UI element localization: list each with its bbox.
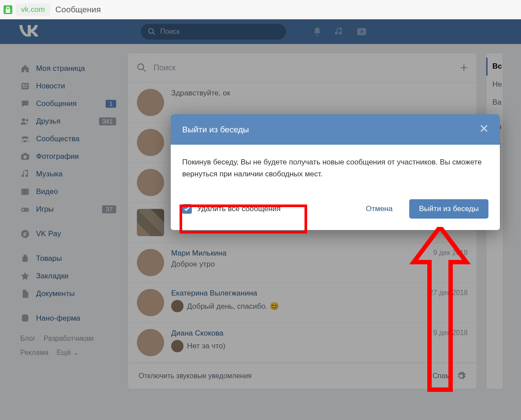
ruble-icon: ₽ (20, 229, 30, 239)
sidebar-item-label: Моя страница (36, 64, 85, 73)
sidebar-item-label: Документы (36, 289, 75, 298)
conversation-preview: Нет за что) (171, 340, 426, 352)
footer-link[interactable]: Разработчикам (44, 335, 94, 342)
sidebar-item[interactable]: Музыка (18, 165, 119, 183)
star-icon (20, 271, 30, 281)
header-search-placeholder: Поиск (160, 28, 180, 36)
close-icon[interactable] (480, 124, 488, 135)
svg-point-14 (23, 155, 26, 158)
sidebar-item[interactable]: Друзья341 (18, 113, 119, 130)
music-icon (20, 169, 30, 179)
sidebar-badge: 37 (102, 205, 116, 213)
group-icon (20, 134, 30, 144)
delete-all-checkbox[interactable]: Удалить все сообщения (182, 204, 281, 214)
film-icon (20, 187, 30, 197)
svg-rect-17 (21, 189, 23, 195)
sidebar-item-label: Закладки (36, 272, 69, 281)
conversation-preview: Доброе утро (171, 260, 426, 269)
svg-point-20 (26, 209, 28, 211)
sidebar-item[interactable]: Фотографии (18, 148, 119, 165)
gear-icon[interactable] (456, 371, 466, 381)
sidebar-item[interactable]: Игры37 (18, 201, 119, 218)
cancel-button[interactable]: Отмена (358, 200, 400, 218)
music-icon[interactable] (334, 27, 344, 37)
svg-point-10 (22, 137, 25, 139)
conversation-name: Екатерина Вылегжанина (171, 289, 422, 298)
home-icon (20, 64, 30, 73)
footer-link[interactable]: Блог (20, 335, 36, 342)
messages-footer: Отключить звуковые уведомления Спам (128, 363, 477, 389)
conversation-row[interactable]: Диана Скокова Нет за что) 9 дек 2018 (128, 323, 477, 363)
sidebar-item[interactable]: Новости (18, 77, 119, 95)
conversation-name: Диана Скокова (171, 329, 426, 338)
modal-header: Выйти из беседы (171, 114, 500, 145)
mini-avatar (171, 340, 183, 352)
new-chat-button[interactable]: + (460, 60, 468, 75)
conversation-preview: Добрый день, спасибо. 😊 (171, 300, 422, 312)
sidebar: Моя страницаНовостиСообщения1Друзья341Со… (18, 53, 119, 389)
avatar (137, 129, 164, 156)
sidebar-item-label: Фотографии (36, 152, 79, 161)
avatar (137, 89, 164, 116)
page-title: Сообщения (55, 5, 101, 15)
footer-link[interactable]: Реклама (20, 349, 48, 356)
modal-footer: Удалить все сообщения Отмена Выйти из бе… (171, 191, 500, 230)
svg-point-12 (24, 136, 26, 139)
filter-tab[interactable]: Ва (492, 94, 503, 112)
avatar (137, 169, 164, 196)
modal-title: Выйти из беседы (182, 125, 249, 135)
sidebar-item-label: VK Pay (36, 230, 61, 238)
avatar (137, 209, 164, 236)
vk-logo[interactable] (18, 23, 40, 40)
sidebar-item-label: Игры (36, 205, 54, 214)
vk-header: Поиск (0, 19, 521, 44)
svg-rect-18 (28, 189, 29, 195)
newspaper-icon (20, 81, 30, 91)
sidebar-item-label: Сообщества (36, 135, 80, 143)
footer-links: Блог Разработчикам Реклама Ещё ⌄ (18, 327, 119, 364)
conversation-name: Мари Милькина (171, 249, 426, 258)
conversation-date: 27 дек 2018 (429, 289, 468, 297)
footer-link[interactable]: Ещё ⌄ (57, 349, 79, 356)
svg-point-9 (26, 119, 29, 122)
sidebar-item[interactable]: Видео (18, 183, 119, 201)
messages-search[interactable]: Поиск + (128, 53, 477, 83)
chat-icon (20, 99, 30, 109)
conversation-row[interactable]: Екатерина Вылегжанина Добрый день, спаси… (128, 283, 477, 323)
svg-text:₽: ₽ (23, 231, 27, 237)
header-tray (312, 26, 367, 37)
bell-icon[interactable] (312, 27, 322, 37)
conversation-row[interactable]: Мари Милькина Доброе утро 9 дек 2018 (128, 243, 477, 283)
sidebar-item[interactable]: ₽VK Pay (18, 225, 119, 243)
svg-point-8 (22, 118, 25, 121)
sidebar-item-label: Видео (36, 187, 58, 196)
gamepad-icon (20, 205, 30, 214)
sidebar-item[interactable]: Документы (18, 285, 119, 303)
messages-search-placeholder: Поиск (154, 63, 176, 73)
play-icon[interactable] (356, 26, 367, 37)
sidebar-item-label: Сообщения (36, 99, 77, 108)
lock-icon (4, 5, 12, 14)
camera-icon (20, 152, 30, 161)
sidebar-item[interactable]: Закладки (18, 267, 119, 285)
sidebar-item[interactable]: Сообщества (18, 130, 119, 148)
sidebar-badge: 1 (106, 100, 116, 108)
mute-link[interactable]: Отключить звуковые уведомления (139, 372, 252, 380)
mini-avatar (171, 300, 183, 312)
filter-tab[interactable]: Вс (486, 58, 503, 76)
sidebar-item[interactable]: Нано-ферма (18, 310, 119, 327)
spam-link[interactable]: Спам (433, 372, 450, 380)
header-search[interactable]: Поиск (141, 24, 286, 40)
sidebar-item-label: Музыка (36, 170, 62, 179)
filter-tab[interactable]: Не (492, 76, 503, 94)
sidebar-item[interactable]: Товары (18, 250, 119, 267)
sidebar-item[interactable]: Моя страница (18, 60, 119, 77)
confirm-button[interactable]: Выйти из беседы (409, 199, 488, 219)
leave-chat-modal: Выйти из беседы Покинув беседу, Вы не бу… (171, 114, 500, 230)
sidebar-item-label: Новости (36, 82, 65, 91)
checkbox-label: Удалить все сообщения (197, 205, 281, 213)
svg-point-24 (138, 64, 143, 69)
db-icon (20, 314, 30, 323)
sidebar-item[interactable]: Сообщения1 (18, 95, 119, 113)
svg-line-1 (153, 33, 155, 35)
